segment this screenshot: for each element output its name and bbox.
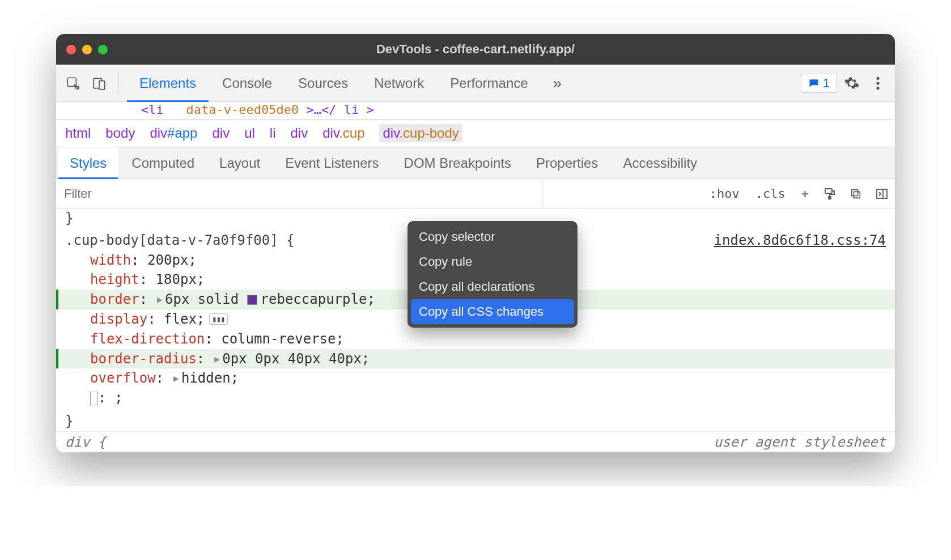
paint-icon[interactable] (817, 187, 843, 201)
crumb-active[interactable]: div.cup-body (379, 124, 462, 142)
crumb[interactable]: div#app (150, 125, 197, 141)
ctx-copy-rule[interactable]: Copy rule (407, 249, 578, 274)
declaration[interactable]: overflow: ▸hidden; (90, 368, 886, 388)
panel-tabs: Elements Console Sources Network Perform… (127, 65, 541, 101)
kebab-menu-icon[interactable] (867, 72, 889, 95)
crumb[interactable]: body (105, 125, 135, 141)
svg-rect-8 (854, 192, 860, 198)
message-icon (808, 78, 820, 89)
subtab-styles[interactable]: Styles (58, 147, 118, 179)
dom-open: <li (141, 103, 164, 117)
new-style-rule-button[interactable]: + (793, 179, 817, 208)
svg-point-5 (876, 87, 879, 90)
ctx-copy-css-changes[interactable]: Copy all CSS changes (411, 299, 574, 324)
svg-rect-9 (852, 189, 858, 196)
dom-tree-line[interactable]: <li data-v-eed05de0 >…</ li > (56, 102, 895, 120)
crumb[interactable]: div.cup (322, 125, 364, 141)
tab-elements[interactable]: Elements (127, 65, 209, 101)
subtab-accessibility[interactable]: Accessibility (612, 147, 708, 179)
filter-row: :hov .cls + (56, 179, 895, 209)
styles-pane: } .cup-body[data-v-7a0f9f00] { index.8d6… (56, 209, 895, 431)
tab-label: Sources (298, 75, 348, 91)
dom-attr: data-v-eed05de0 (186, 103, 299, 117)
svg-point-3 (876, 77, 879, 79)
settings-icon[interactable] (840, 72, 863, 95)
hov-toggle[interactable]: :hov (702, 179, 748, 208)
cls-toggle[interactable]: .cls (748, 179, 793, 208)
crumb[interactable]: ul (244, 125, 255, 141)
breadcrumb: html body div#app div ul li div div.cup … (56, 120, 895, 147)
minimize-window-icon[interactable] (82, 45, 92, 54)
svg-rect-10 (877, 189, 887, 198)
window-title: DevTools - coffee-cart.netlify.app/ (56, 42, 895, 57)
dom-end: > (366, 103, 373, 117)
main-toolbar: Elements Console Sources Network Perform… (56, 65, 895, 102)
filter-input[interactable] (56, 179, 544, 208)
context-menu: Copy selector Copy rule Copy all declara… (407, 221, 578, 328)
ctx-copy-selector[interactable]: Copy selector (407, 224, 578, 249)
crumb[interactable]: div (291, 125, 308, 141)
svg-rect-2 (99, 80, 105, 89)
crumb[interactable]: html (65, 125, 91, 141)
issues-count: 1 (823, 76, 830, 91)
zoom-window-icon[interactable] (98, 45, 108, 54)
svg-point-4 (876, 82, 879, 84)
sidebar-toggle-icon[interactable] (869, 187, 895, 201)
separator (118, 72, 119, 95)
subtab-layout[interactable]: Layout (208, 147, 271, 179)
tab-label: Elements (139, 75, 196, 91)
declaration-empty[interactable]: : ; (90, 388, 886, 408)
titlebar: DevTools - coffee-cart.netlify.app/ (56, 34, 895, 65)
copy-icon[interactable] (843, 188, 869, 200)
crumb[interactable]: div (212, 125, 230, 141)
rule-source-link[interactable]: index.8d6c6f18.css:74 (714, 231, 886, 251)
dom-mid: >…</ (306, 103, 336, 117)
subtab-dom-breakpoints[interactable]: DOM Breakpoints (393, 147, 523, 179)
subtab-properties[interactable]: Properties (525, 147, 609, 179)
devtools-window: DevTools - coffee-cart.netlify.app/ Elem… (56, 34, 895, 452)
user-agent-rule-header: div { user agent stylesheet (56, 431, 895, 452)
tab-label: Performance (450, 75, 528, 91)
tab-console[interactable]: Console (210, 65, 285, 101)
dom-close-tag: li (344, 103, 359, 117)
close-window-icon[interactable] (66, 45, 76, 54)
window-controls (66, 45, 108, 54)
styles-subtabs: Styles Computed Layout Event Listeners D… (56, 147, 895, 179)
svg-rect-6 (825, 189, 832, 193)
ua-label: user agent stylesheet (714, 434, 886, 450)
tab-performance[interactable]: Performance (438, 65, 540, 101)
tab-network[interactable]: Network (362, 65, 436, 101)
tab-label: Network (374, 75, 424, 91)
inspect-element-icon[interactable] (62, 72, 84, 95)
declaration[interactable]: flex-direction: column-reverse; (90, 329, 886, 349)
color-swatch-icon[interactable] (247, 295, 257, 305)
crumb[interactable]: li (270, 125, 276, 141)
flex-badge-icon[interactable]: ▮▮▮ (209, 313, 227, 325)
ua-selector[interactable]: div { (65, 434, 106, 450)
device-toolbar-icon[interactable] (88, 72, 111, 95)
empty-property-input[interactable] (90, 392, 98, 405)
tab-sources[interactable]: Sources (286, 65, 360, 101)
svg-rect-7 (829, 197, 831, 199)
tab-label: Console (222, 75, 272, 91)
ctx-copy-declarations[interactable]: Copy all declarations (407, 274, 578, 299)
more-tabs-icon[interactable]: » (544, 74, 571, 92)
rule-close-brace: } (56, 411, 895, 431)
subtab-event-listeners[interactable]: Event Listeners (274, 147, 390, 179)
issues-badge[interactable]: 1 (801, 74, 837, 93)
declaration-changed[interactable]: border-radius: ▸0px 0px 40px 40px; (56, 349, 895, 369)
rule-selector[interactable]: .cup-body[data-v-7a0f9f00] { (65, 231, 295, 251)
subtab-computed[interactable]: Computed (120, 147, 206, 179)
